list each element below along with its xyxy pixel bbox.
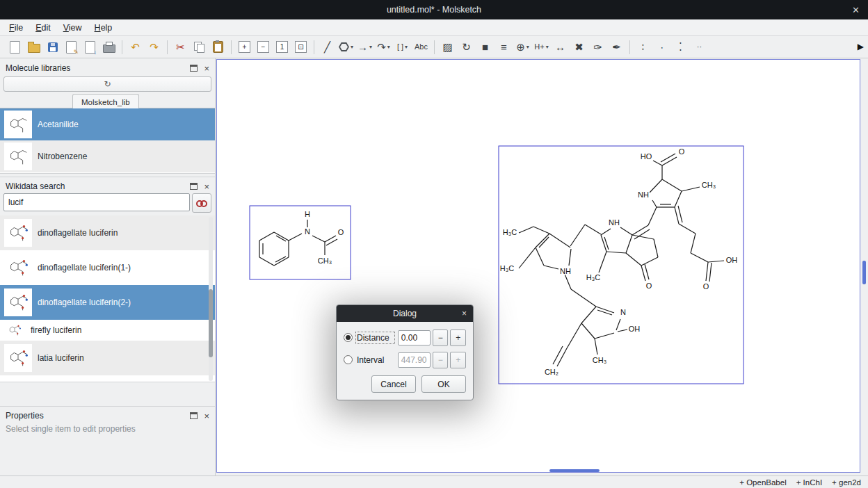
distance-label[interactable]: Distance — [357, 333, 394, 343]
export-image[interactable] — [81, 38, 99, 56]
open-file[interactable] — [25, 38, 42, 56]
bond[interactable] — [653, 161, 662, 165]
zoom-out[interactable]: − — [255, 38, 272, 56]
bond[interactable] — [519, 247, 536, 268]
print[interactable] — [100, 38, 118, 56]
interval-decrement-button[interactable]: − — [433, 352, 449, 368]
atom-label[interactable]: CH₃ — [318, 257, 332, 265]
new-document[interactable] — [6, 38, 24, 56]
bond[interactable] — [570, 225, 585, 246]
color-picker[interactable]: ■ — [476, 38, 494, 56]
interval-label[interactable]: Interval — [357, 355, 394, 365]
atom-label[interactable]: H₃C — [503, 228, 517, 236]
bond[interactable] — [601, 235, 606, 252]
library-item[interactable]: Acetanilide — [0, 108, 215, 140]
atom-label[interactable]: NH — [638, 190, 649, 199]
cut[interactable]: ✂ — [172, 38, 189, 56]
save-as[interactable] — [63, 38, 80, 56]
bond[interactable] — [706, 262, 708, 281]
bond[interactable] — [691, 234, 696, 253]
delete-tool[interactable]: ✖ — [570, 38, 588, 56]
bond[interactable] — [641, 266, 645, 281]
hatch-tool[interactable]: ▨ — [439, 38, 456, 56]
mechanism-arrow-tool[interactable]: ↷▾ — [375, 38, 392, 56]
bond[interactable] — [618, 330, 627, 332]
bond[interactable] — [571, 289, 596, 307]
bond[interactable] — [312, 236, 325, 242]
atom-label[interactable]: CH₂ — [545, 368, 558, 376]
bond[interactable] — [549, 234, 570, 247]
bond[interactable] — [678, 206, 682, 222]
atom-label[interactable]: N — [620, 308, 626, 316]
selection-box[interactable] — [250, 206, 351, 279]
molecule-acetanilide[interactable]: HNOCH₃ — [250, 206, 351, 279]
bond[interactable] — [596, 307, 614, 313]
dialog-close-button[interactable]: × — [462, 309, 467, 318]
menu-edit[interactable]: Edit — [29, 22, 57, 34]
bond[interactable] — [645, 264, 649, 279]
bond[interactable] — [626, 235, 632, 253]
flip-vertical-tool[interactable]: ✒ — [608, 38, 625, 56]
canvas-vertical-scrollbar-thumb[interactable] — [862, 261, 866, 284]
bond[interactable] — [662, 179, 682, 191]
bond[interactable] — [597, 310, 612, 315]
bond[interactable] — [616, 319, 620, 330]
bond[interactable] — [544, 266, 558, 269]
text-tool[interactable]: Abc — [412, 38, 430, 56]
bond[interactable] — [581, 323, 595, 339]
interval-increment-button[interactable]: + — [450, 352, 466, 368]
bond[interactable] — [691, 253, 708, 262]
distance-radio[interactable] — [344, 333, 353, 342]
draw-bond-tool[interactable]: ╱ — [319, 38, 336, 56]
bond[interactable] — [259, 232, 274, 241]
bond[interactable] — [606, 252, 626, 253]
library-panel-close-button[interactable]: × — [204, 64, 209, 73]
bond[interactable] — [599, 252, 606, 273]
float-panel-icon[interactable] — [190, 412, 198, 419]
drawing-canvas[interactable]: HNOCH₃HOOCH₃NHNHH₃CH₃CNHH₃COHOONOHCH₂CH₃ — [216, 59, 860, 473]
bond[interactable] — [620, 227, 632, 235]
lone-pair-angle-tool[interactable]: ⁚ — [672, 38, 689, 56]
dialog-titlebar[interactable]: Dialog × — [337, 305, 473, 322]
window-close-button[interactable]: ✕ — [852, 0, 860, 19]
bond[interactable] — [595, 333, 614, 339]
bond[interactable] — [601, 229, 611, 235]
charge-tool[interactable]: ⊕▾ — [514, 38, 531, 56]
atom-label[interactable]: OH — [629, 325, 641, 333]
paste[interactable] — [209, 38, 227, 56]
float-panel-icon[interactable] — [190, 183, 198, 190]
interval-input[interactable]: 447.90 — [398, 352, 431, 368]
bond[interactable] — [626, 253, 641, 266]
connect-tool[interactable]: ↔ — [552, 38, 569, 56]
bond[interactable] — [679, 224, 696, 234]
atom-label[interactable]: CH₃ — [702, 181, 716, 189]
bond[interactable] — [595, 339, 597, 355]
atom-label[interactable]: H₃C — [500, 264, 514, 273]
bond[interactable] — [519, 227, 533, 233]
atom-label[interactable]: H — [305, 210, 310, 218]
search-result-item[interactable]: firefly luciferin — [0, 320, 215, 341]
dropdown-caret-icon[interactable]: ▾ — [387, 44, 390, 50]
refresh-libraries-button[interactable]: ↻ — [3, 76, 211, 92]
dropdown-caret-icon[interactable]: ▾ — [405, 44, 408, 50]
bond[interactable] — [533, 227, 549, 234]
search-result-item[interactable]: dinoflagellate luciferin(1-) — [0, 250, 215, 285]
atom-label[interactable]: O — [646, 282, 652, 290]
redo[interactable]: ↷ — [145, 38, 163, 56]
wikidata-search-button[interactable] — [192, 193, 211, 213]
zoom-fit[interactable]: ⊡ — [292, 38, 310, 56]
bond[interactable] — [641, 257, 658, 266]
ok-button[interactable]: OK — [421, 375, 466, 393]
bond[interactable] — [536, 234, 549, 247]
save-file[interactable] — [44, 38, 61, 56]
zoom-in[interactable]: + — [236, 38, 253, 56]
toolbar-overflow-button[interactable]: ▶ — [858, 42, 864, 51]
search-result-item[interactable]: dinoflagellate luciferin(2-) — [0, 285, 215, 320]
wikidata-panel-close-button[interactable]: × — [204, 182, 209, 191]
atom-label[interactable]: CH₃ — [593, 356, 606, 364]
zoom-original[interactable]: 1 — [273, 38, 291, 56]
undo[interactable]: ↶ — [127, 38, 144, 56]
menu-file[interactable]: File — [3, 22, 29, 34]
bond[interactable] — [289, 234, 302, 241]
dropdown-caret-icon[interactable]: ▾ — [351, 44, 353, 50]
